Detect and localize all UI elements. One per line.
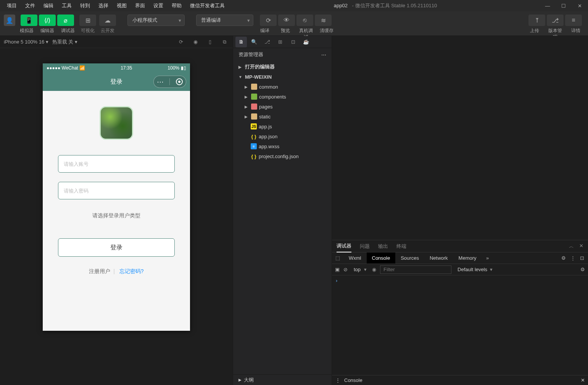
forgot-password-link[interactable]: 忘记密码? <box>119 268 144 274</box>
console-toggle-icon[interactable]: ▣ <box>335 267 340 272</box>
console-drawer[interactable]: ⋮ Console ✕ <box>332 375 588 385</box>
capsule-close-icon[interactable] <box>176 78 183 85</box>
phone-status-bar: ●●●●● WeChat ⁠📶 17:35 100% ▮▯ <box>43 63 190 73</box>
login-button[interactable]: 登录 <box>58 238 175 257</box>
explorer-icon-bar: 🗎 🔍 ⎇ ⊞ ⊡ ☕ <box>233 36 332 48</box>
menu-界面[interactable]: 界面 <box>131 1 149 11</box>
capsule-menu-icon[interactable]: ⋯ <box>157 78 164 86</box>
filter-input[interactable] <box>380 265 451 274</box>
compile-button[interactable]: ⟳ <box>260 15 277 26</box>
menu-选择[interactable]: 选择 <box>95 1 112 11</box>
console-settings-icon[interactable]: ⚙ <box>580 267 585 272</box>
upload-button[interactable]: ⤒ <box>528 15 545 26</box>
device-icon[interactable]: ▯ <box>205 37 214 47</box>
debug-tab-调试器[interactable]: 调试器 <box>337 240 351 252</box>
app-logo <box>100 106 133 140</box>
open-editors-section[interactable]: ▶打开的编辑器 <box>233 62 332 72</box>
close-button[interactable]: ✕ <box>574 2 585 10</box>
password-input[interactable] <box>58 182 175 199</box>
folder-static[interactable]: ▶static <box>233 112 332 121</box>
mode-dropdown[interactable]: 小程序模式 <box>127 15 185 26</box>
debug-tab-问题[interactable]: 问题 <box>360 241 370 252</box>
files-icon[interactable]: 🗎 <box>235 37 247 47</box>
editor-button[interactable]: ⟨/⟩ <box>39 15 56 26</box>
devtools-tab-Network[interactable]: Network <box>424 252 453 264</box>
log-levels-selector[interactable]: Default levels <box>455 266 493 273</box>
devtools-tab-Sources[interactable]: Sources <box>395 252 424 264</box>
menu-工具[interactable]: 工具 <box>58 1 76 11</box>
remote-debug-button[interactable]: ⎋ <box>296 15 313 26</box>
console-output[interactable]: › <box>332 275 588 375</box>
drawer-menu-icon[interactable]: ⋮ <box>335 377 340 383</box>
device-selector[interactable]: iPhone 5 100% 16 ▾ <box>4 39 48 45</box>
visualize-button[interactable]: ⊞ <box>79 15 96 26</box>
status-time: 17:35 <box>85 65 168 71</box>
preview-button[interactable]: 👁 <box>278 15 295 26</box>
clear-console-icon[interactable]: ⊘ <box>343 267 348 272</box>
simulator-button[interactable]: 📱 <box>21 15 37 26</box>
collapse-icon[interactable]: ︿ <box>569 243 574 250</box>
settings-icon[interactable]: ⚙ <box>561 255 566 261</box>
details-button[interactable]: ≡ <box>565 15 582 26</box>
menu-编辑[interactable]: 编辑 <box>40 1 57 11</box>
devtools-tab-Wxml[interactable]: Wxml <box>343 252 367 264</box>
minimize-button[interactable]: — <box>542 2 553 10</box>
file-app.js[interactable]: JSapp.js <box>233 121 332 131</box>
file-app.wxss[interactable]: ≡app.wxss <box>233 141 332 151</box>
dock-icon[interactable]: ⊡ <box>580 255 584 261</box>
editor-area <box>332 36 588 240</box>
folder-components[interactable]: ▶components <box>233 92 332 102</box>
file-app.json[interactable]: { }app.json <box>233 131 332 141</box>
close-panel-icon[interactable]: ✕ <box>579 243 583 250</box>
hotreload-toggle[interactable]: 热重载 关 ▾ <box>52 39 77 45</box>
devtools-tabs: ⬚ WxmlConsoleSourcesNetworkMemory » ⚙ ⋮ … <box>332 252 588 264</box>
capsule-button[interactable]: ⋯ <box>153 76 186 88</box>
menu-项目[interactable]: 项目 <box>3 1 21 11</box>
menu-转到[interactable]: 转到 <box>76 1 94 11</box>
git-icon[interactable]: ⎇ <box>261 37 273 47</box>
debug-tab-终端[interactable]: 终端 <box>396 241 406 252</box>
compile-mode-dropdown[interactable]: 普通编译 <box>196 15 253 26</box>
outline-section[interactable]: ▶大纲 <box>233 374 332 385</box>
editor-label: 编辑器 <box>39 28 56 34</box>
user-type-text[interactable]: 请选择登录用户类型 <box>92 212 140 219</box>
more-tabs-icon[interactable]: » <box>482 255 493 261</box>
version-button[interactable]: ⎇ <box>547 15 564 26</box>
project-root[interactable]: ▼MP-WEIXIN <box>233 72 332 82</box>
popout-icon[interactable]: ⧉ <box>220 37 229 47</box>
refresh-icon[interactable]: ⟳ <box>176 37 185 47</box>
menu-视图[interactable]: 视图 <box>113 1 130 11</box>
avatar-button[interactable]: 👤 <box>4 15 15 26</box>
maximize-button[interactable]: ☐ <box>558 2 569 10</box>
live-expression-icon[interactable]: ◉ <box>372 267 376 272</box>
file-project.config.json[interactable]: { }project.config.json <box>233 151 332 161</box>
debug-tab-输出[interactable]: 输出 <box>378 241 388 252</box>
devtools-tab-Memory[interactable]: Memory <box>453 252 482 264</box>
more-icon[interactable]: ⋯ <box>321 52 326 58</box>
folder-common[interactable]: ▶common <box>233 82 332 92</box>
menu-帮助[interactable]: 帮助 <box>168 1 185 11</box>
inspect-icon[interactable]: ⬚ <box>332 255 343 261</box>
search-icon[interactable]: 🔍 <box>248 37 260 47</box>
file-tree: ▶打开的编辑器 ▼MP-WEIXIN ▶common▶components▶pa… <box>233 61 332 374</box>
devtools-tab-Console[interactable]: Console <box>367 252 396 264</box>
account-input[interactable] <box>58 155 175 173</box>
modules-icon[interactable]: ⊞ <box>274 37 286 47</box>
menu-微信开发者工具[interactable]: 微信开发者工具 <box>186 1 229 11</box>
debugger-button[interactable]: ⌀ <box>57 15 74 26</box>
phone-simulator: ●●●●● WeChat ⁠📶 17:35 100% ▮▯ 登录 ⋯ <box>43 63 190 331</box>
folder-pages[interactable]: ▶pages <box>233 102 332 112</box>
cloud-button[interactable]: ☁ <box>99 15 116 26</box>
menu-设置[interactable]: 设置 <box>150 1 167 11</box>
context-selector[interactable]: top <box>351 266 368 273</box>
simulator-label: 模拟器 <box>18 28 35 34</box>
editor-debugger-panel: 调试器问题输出终端 ︿ ✕ ⬚ WxmlConsoleSourcesNetwor… <box>332 36 588 385</box>
plugin-icon[interactable]: ☕ <box>300 37 312 47</box>
structure-icon[interactable]: ⊡ <box>287 37 299 47</box>
kebab-icon[interactable]: ⋮ <box>570 255 575 261</box>
clear-cache-button[interactable]: ≋ <box>315 15 332 26</box>
close-drawer-icon[interactable]: ✕ <box>581 377 585 383</box>
record-icon[interactable]: ◉ <box>191 37 200 47</box>
menu-文件[interactable]: 文件 <box>21 1 39 11</box>
register-link[interactable]: 注册用户 <box>89 268 110 274</box>
